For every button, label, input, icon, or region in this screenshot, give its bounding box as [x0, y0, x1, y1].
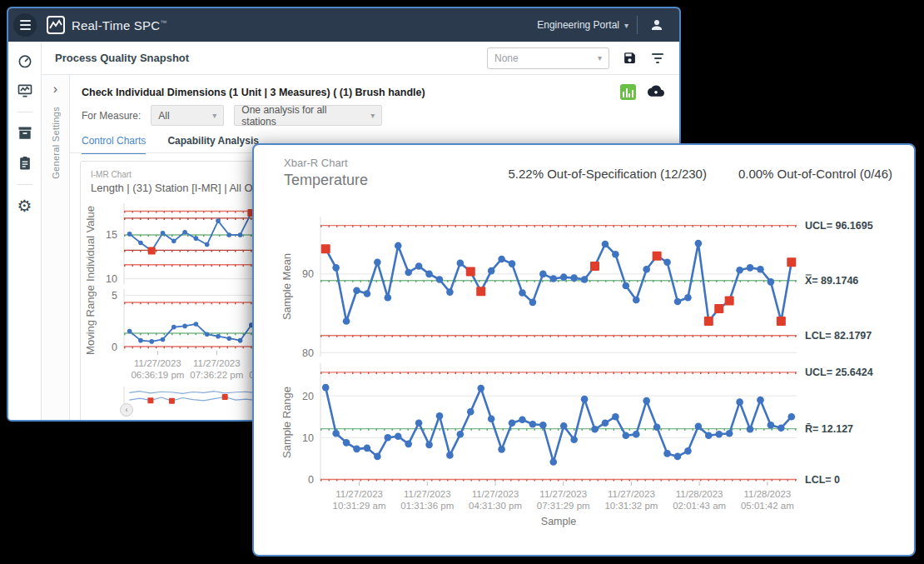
svg-text:R̄= 12.127: R̄= 12.127 [805, 423, 853, 435]
sample-range-chart: 20100UCL= 25.6424R̄= 12.127LCL= 011/27/2… [264, 358, 905, 535]
svg-text:90: 90 [302, 268, 314, 280]
for-measure-label: For Measure: [82, 110, 141, 122]
xbar-r-chart-window: Xbar-R Chart Temperature 5.22% Out-of-Sp… [252, 143, 916, 557]
trademark: ™ [160, 19, 166, 27]
svg-text:11/27/2023: 11/27/2023 [193, 358, 241, 368]
svg-text:Sample: Sample [541, 516, 576, 527]
svg-text:Individual Value: Individual Value [84, 206, 97, 282]
rail-divider [17, 184, 32, 185]
imr-chart-type-label: I-MR Chart [91, 170, 132, 179]
general-settings-label: General Settings [51, 107, 61, 179]
dashboard-gauge-icon[interactable] [16, 52, 34, 70]
svg-text:LCL= 0: LCL= 0 [805, 474, 840, 486]
analysis-tabs: Control Charts Capability Analysis [82, 135, 259, 154]
tab-control-charts[interactable]: Control Charts [82, 135, 146, 154]
navbar-divider [637, 16, 638, 34]
svg-text:LCL= 82.1797: LCL= 82.1797 [805, 330, 872, 342]
sample-mean-chart: 9080UCL= 96.1695X̿= 89.1746LCL= 82.1797S… [264, 208, 905, 360]
svg-text:10:31:32 pm: 10:31:32 pm [604, 501, 658, 511]
left-icon-rail: ⚙ [8, 42, 42, 420]
xbar-chart-type-label: Xbar-R Chart [284, 157, 368, 169]
svg-text:11/27/2023: 11/27/2023 [608, 489, 655, 499]
top-navbar: Real-Time SPC™ Engineering Portal ▾ [8, 8, 679, 42]
svg-text:11/27/2023: 11/27/2023 [539, 489, 587, 499]
measure-dropdown-value: All [158, 110, 204, 122]
svg-text:10: 10 [106, 273, 117, 285]
monitor-chart-icon[interactable] [16, 82, 34, 100]
analysis-title: Check Individual Dimensions (1 Unit | 3 … [82, 87, 425, 98]
out-of-spec-stat: 5.22% Out-of-Specification (12/230) [508, 167, 706, 181]
expand-panel-chevron-icon[interactable]: › [53, 83, 57, 95]
rail-divider [17, 112, 32, 112]
svg-text:07:31:29 pm: 07:31:29 pm [537, 501, 590, 511]
svg-text:11/28/2023: 11/28/2023 [676, 489, 723, 499]
svg-text:02:01:43 am: 02:01:43 am [673, 501, 726, 511]
svg-text:11/27/2023: 11/27/2023 [134, 358, 181, 368]
filter-button[interactable] [649, 50, 666, 67]
svg-text:07:36:22 pm: 07:36:22 pm [190, 370, 243, 380]
svg-text:06:36:19 pm: 06:36:19 pm [131, 370, 184, 380]
chevron-down-icon: ▾ [370, 111, 375, 120]
measure-dropdown[interactable]: All ▾ [151, 105, 224, 126]
user-account-icon[interactable] [646, 14, 668, 36]
app-logo-icon [47, 16, 65, 34]
portal-selector[interactable]: Engineering Portal ▾ [537, 19, 628, 31]
clipboard-icon[interactable] [16, 154, 34, 172]
hamburger-menu-icon[interactable] [13, 13, 37, 37]
svg-text:11/27/2023: 11/27/2023 [472, 489, 519, 499]
cloud-download-button[interactable] [648, 83, 664, 100]
svg-text:0: 0 [308, 474, 314, 486]
station-dropdown-value: One analysis for all stations [241, 104, 362, 127]
svg-text:UCL= 25.6424: UCL= 25.6424 [805, 367, 873, 378]
preset-dropdown[interactable]: None ▾ [487, 47, 609, 69]
settings-gear-icon[interactable]: ⚙ [16, 197, 34, 215]
svg-text:11/27/2023: 11/27/2023 [404, 489, 451, 499]
station-analysis-dropdown[interactable]: One analysis for all stations ▾ [234, 105, 382, 126]
tab-capability-analysis[interactable]: Capability Analysis [167, 135, 259, 154]
general-settings-collapsed-panel: › General Settings [42, 75, 70, 420]
svg-text:10:31:29 am: 10:31:29 am [333, 501, 386, 511]
archive-box-icon[interactable] [16, 124, 34, 142]
measure-controls: For Measure: All ▾ One analysis for all … [82, 105, 382, 126]
svg-text:15: 15 [106, 229, 117, 241]
svg-text:0: 0 [112, 342, 117, 353]
chevron-down-icon: ▾ [212, 111, 216, 120]
svg-text:11/27/2023: 11/27/2023 [335, 489, 383, 499]
chevron-down-icon: ▾ [624, 21, 628, 30]
svg-text:Sample Range: Sample Range [281, 387, 293, 458]
out-of-control-stat: 0.00% Out-of-Control (0/46) [738, 167, 892, 181]
svg-text:01:31:36 pm: 01:31:36 pm [400, 501, 454, 511]
svg-text:04:31:30 pm: 04:31:30 pm [469, 501, 522, 511]
save-button[interactable] [621, 50, 638, 67]
svg-text:UCL= 96.1695: UCL= 96.1695 [805, 220, 873, 232]
navigator-handle[interactable]: ‹ [120, 403, 133, 417]
page-header: Process Quality Snapshot None ▾ [42, 42, 679, 75]
svg-text:Sample Mean: Sample Mean [281, 253, 293, 320]
app-title: Real-Time SPC™ [72, 18, 166, 32]
portal-label: Engineering Portal [537, 19, 619, 31]
svg-text:Moving Range: Moving Range [84, 286, 97, 355]
chart-view-button[interactable] [620, 84, 636, 100]
svg-text:10: 10 [302, 432, 314, 444]
svg-text:05:01:42 am: 05:01:42 am [741, 501, 794, 511]
svg-text:11/28/2023: 11/28/2023 [744, 489, 792, 499]
svg-text:5: 5 [112, 290, 117, 302]
svg-text:20: 20 [302, 391, 314, 402]
svg-text:X̿= 89.1746: X̿= 89.1746 [805, 274, 858, 287]
chevron-down-icon: ▾ [598, 53, 602, 62]
preset-dropdown-value: None [494, 52, 598, 64]
page-title: Process Quality Snapshot [55, 52, 189, 64]
xbar-chart-title: Temperature [284, 172, 368, 189]
svg-text:80: 80 [302, 347, 314, 359]
